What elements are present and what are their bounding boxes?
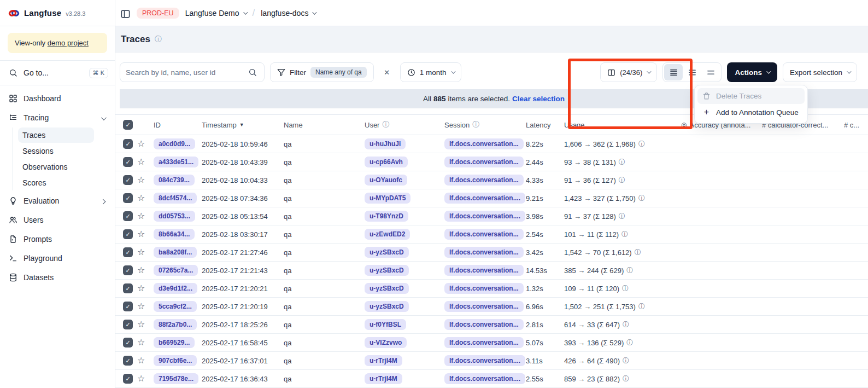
session-badge[interactable]: lf.docs.conversation... (444, 283, 524, 294)
table-row[interactable]: ✓ ☆ d3e9d1f2... 2025-02-17 21:20:21 qa u… (115, 280, 868, 298)
trace-id-badge[interactable]: 88f2a7b0... (154, 319, 197, 330)
demo-project-link[interactable]: demo project (48, 39, 89, 47)
info-icon[interactable]: ⓘ (619, 212, 625, 221)
project-switcher[interactable]: langfuse-docs (261, 9, 315, 18)
col-header-id[interactable]: ID (154, 121, 202, 129)
table-row[interactable]: ✓ ☆ 7195d78e... 2025-02-17 16:36:43 qa u… (115, 370, 868, 388)
star-icon[interactable]: ☆ (137, 284, 145, 293)
col-header-usage[interactable]: Usage (564, 121, 681, 129)
session-badge[interactable]: lf.docs.conversation... (444, 337, 524, 348)
session-badge[interactable]: lf.docs.conversation.... (444, 193, 525, 204)
info-icon[interactable]: ⓘ (626, 266, 633, 275)
row-checkbox[interactable]: ✓ (123, 157, 133, 167)
table-row[interactable]: ✓ ☆ ba8a208f... 2025-02-17 21:27:46 qa u… (115, 244, 868, 262)
org-switcher[interactable]: Langfuse Demo (185, 9, 247, 18)
session-badge[interactable]: lf.docs.conversation.... (444, 355, 525, 366)
sidebar-item-sessions[interactable]: Sessions (18, 143, 94, 159)
star-icon[interactable]: ☆ (137, 140, 145, 148)
info-icon[interactable]: ⓘ (619, 158, 625, 167)
user-badge[interactable]: u-yzSBxcD (365, 283, 409, 294)
select-all-checkbox[interactable]: ✓ (123, 120, 133, 130)
sidebar-item-scores[interactable]: Scores (18, 175, 94, 190)
search-input[interactable] (120, 63, 241, 82)
row-checkbox[interactable]: ✓ (123, 175, 133, 185)
row-checkbox[interactable]: ✓ (123, 320, 133, 329)
col-header-name[interactable]: Name (284, 121, 365, 129)
user-badge[interactable]: u-cp66Avh (365, 157, 408, 167)
sidebar-item-tracing[interactable]: Tracing (0, 108, 115, 127)
trace-id-badge[interactable]: d3e9d1f2... (154, 283, 197, 294)
session-badge[interactable]: lf.docs.conversation... (444, 138, 524, 149)
row-checkbox[interactable]: ✓ (123, 302, 133, 311)
row-height-medium-icon[interactable] (683, 64, 701, 80)
menu-item-delete-traces[interactable]: Delete Traces (697, 88, 805, 104)
session-badge[interactable]: lf.docs.conversation... (444, 301, 524, 312)
info-icon[interactable]: ⓘ (621, 230, 628, 239)
trace-id-badge[interactable]: 07265c7a... (154, 265, 198, 276)
session-badge[interactable]: lf.docs.conversation... (444, 319, 524, 330)
row-height-large-icon[interactable] (701, 64, 720, 80)
session-badge[interactable]: lf.docs.conversation... (444, 265, 524, 276)
table-row[interactable]: ✓ ☆ a0cd0d9... 2025-02-18 10:59:46 qa u-… (115, 135, 868, 153)
session-badge[interactable]: lf.docs.conversation.... (444, 211, 525, 222)
star-icon[interactable]: ☆ (137, 248, 145, 257)
sidebar-item-observations[interactable]: Observations (18, 159, 94, 175)
col-header-session[interactable]: Session ⓘ (444, 120, 526, 130)
user-badge[interactable]: u-yzSBxcD (365, 265, 409, 276)
session-badge[interactable]: lf.docs.conversation... (444, 175, 524, 186)
session-badge[interactable]: lf.docs.conversation... (444, 229, 524, 240)
star-icon[interactable]: ☆ (137, 302, 145, 311)
user-badge[interactable]: u-yzSBxcD (365, 247, 409, 258)
info-icon[interactable]: ⓘ (635, 248, 641, 257)
columns-button[interactable]: (24/36) (600, 62, 657, 82)
row-checkbox[interactable]: ✓ (123, 193, 133, 203)
actions-button[interactable]: Actions (727, 62, 777, 82)
filter-button[interactable]: Filter Name any of qa (270, 62, 374, 82)
table-row[interactable]: ✓ ☆ 084c739... 2025-02-18 10:04:33 qa u-… (115, 171, 868, 189)
col-header-latency[interactable]: Latency (526, 121, 564, 129)
sidebar-item-playground[interactable]: Playground (0, 248, 115, 268)
search-icon[interactable] (241, 63, 264, 82)
session-badge[interactable]: lf.docs.conversation.... (444, 373, 525, 384)
trace-id-badge[interactable]: 5cca9cf2... (154, 301, 197, 312)
row-height-small-icon[interactable] (664, 64, 683, 80)
star-icon[interactable]: ☆ (137, 212, 145, 221)
row-checkbox[interactable]: ✓ (123, 374, 133, 384)
star-icon[interactable]: ☆ (137, 176, 145, 184)
user-badge[interactable]: u-VIZzvwo (365, 337, 407, 348)
star-icon[interactable]: ☆ (137, 266, 145, 275)
user-badge[interactable]: u-rTrjI4M (365, 373, 402, 384)
export-selection-button[interactable]: Export selection (783, 62, 857, 82)
row-checkbox[interactable]: ✓ (123, 139, 133, 149)
trace-id-badge[interactable]: dd05753... (154, 211, 195, 222)
info-icon[interactable]: ⓘ (623, 320, 629, 329)
col-header-timestamp[interactable]: Timestamp ▼ (202, 121, 284, 129)
trace-id-badge[interactable]: a0cd0d9... (154, 138, 195, 149)
user-badge[interactable]: u-rTrjI4M (365, 355, 402, 366)
col-header-extra[interactable]: # c... (844, 121, 868, 129)
table-row[interactable]: ✓ ☆ 07265c7a... 2025-02-17 21:21:43 qa u… (115, 262, 868, 280)
info-icon[interactable]: ⓘ (626, 338, 633, 348)
info-icon[interactable]: ⓘ (619, 176, 625, 185)
clear-selection-link[interactable]: Clear selection (512, 95, 565, 103)
user-badge[interactable]: u-MYpDAT5 (365, 193, 410, 204)
table-row[interactable]: ✓ ☆ b669529... 2025-02-17 16:58:45 qa u-… (115, 334, 868, 352)
trace-id-badge[interactable]: 907cbf6e... (154, 355, 197, 366)
star-icon[interactable]: ☆ (137, 194, 145, 202)
row-checkbox[interactable]: ✓ (123, 356, 133, 366)
sidebar-item-traces[interactable]: Traces (18, 128, 94, 143)
row-checkbox[interactable]: ✓ (123, 211, 133, 221)
sidebar-item-datasets[interactable]: Datasets (0, 268, 115, 287)
trace-id-badge[interactable]: a433de51... (154, 157, 198, 167)
user-badge[interactable]: u-f0YfBSL (365, 319, 406, 330)
table-row[interactable]: ✓ ☆ a433de51... 2025-02-18 10:43:39 qa u… (115, 153, 868, 171)
sidebar-item-users[interactable]: Users (0, 210, 115, 229)
table-row[interactable]: ✓ ☆ 8dcf4574... 2025-02-18 07:34:36 qa u… (115, 189, 868, 207)
row-checkbox[interactable]: ✓ (123, 338, 133, 348)
row-checkbox[interactable]: ✓ (123, 247, 133, 257)
user-badge[interactable]: u-yzSBxcD (365, 301, 409, 312)
trace-id-badge[interactable]: 7195d78e... (154, 373, 198, 384)
user-badge[interactable]: u-zEwdED2 (365, 229, 410, 240)
session-badge[interactable]: lf.docs.conversation... (444, 247, 524, 258)
time-range-button[interactable]: 1 month (400, 62, 461, 82)
